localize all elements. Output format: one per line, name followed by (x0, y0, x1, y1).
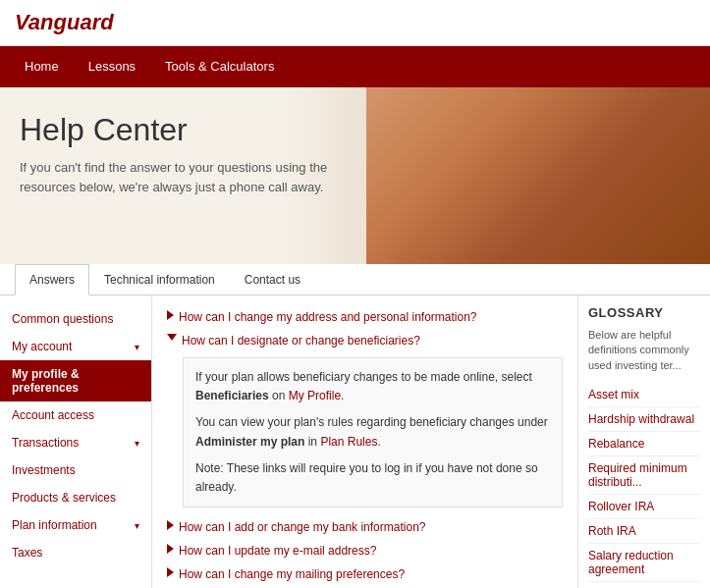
q2-expand-icon[interactable] (167, 334, 177, 341)
tab-technical[interactable]: Technical information (89, 264, 230, 295)
glossary-rebalance[interactable]: Rebalance (588, 432, 700, 456)
hero-title: Help Center (20, 112, 363, 148)
q4-link[interactable]: How can I update my e-mail address? (179, 544, 376, 558)
hero-image (366, 87, 710, 264)
glossary-title: GLOSSARY (588, 305, 700, 320)
nav-tools[interactable]: Tools & Calculators (150, 46, 289, 87)
my-profile-link[interactable]: My Profile (289, 389, 341, 402)
my-account-arrow: ▾ (135, 342, 139, 352)
tab-bar: Answers Technical information Contact us (0, 264, 710, 295)
q1-link[interactable]: How can I change my address and personal… (179, 310, 477, 324)
hero-text-block: Help Center If you can't find the answer… (20, 112, 363, 196)
q5-link[interactable]: How can I change my mailing preferences? (179, 567, 405, 581)
question-item-4: How can I update my e-mail address? (167, 539, 563, 562)
q5-expand-icon[interactable] (167, 567, 174, 577)
sidebar-item-transactions[interactable]: Transactions ▾ (0, 429, 151, 456)
tab-contact[interactable]: Contact us (230, 264, 315, 295)
sidebar: Common questions My account ▾ My profile… (0, 295, 152, 588)
header: Vanguard (0, 0, 710, 46)
glossary-asset-mix[interactable]: Asset mix (588, 383, 700, 407)
q3-expand-icon[interactable] (167, 520, 174, 530)
plan-info-arrow: ▾ (135, 520, 139, 531)
sidebar-item-plan-information[interactable]: Plan information ▾ (0, 511, 151, 539)
hero-banner: Help Center If you can't find the answer… (0, 87, 710, 264)
sidebar-item-common-questions[interactable]: Common questions (0, 305, 151, 333)
answer-note: Note: These links will require you to lo… (195, 459, 550, 497)
glossary-salary-reduction[interactable]: Salary reduction agreement (588, 544, 700, 582)
tab-answers[interactable]: Answers (15, 264, 89, 295)
glossary-rmd[interactable]: Required minimum distributi... (588, 456, 700, 495)
glossary-hardship[interactable]: Hardship withdrawal (588, 407, 700, 432)
q1-expand-icon[interactable] (167, 310, 174, 320)
plan-rules-link[interactable]: Plan Rules (320, 435, 377, 449)
sidebar-item-products-services[interactable]: Products & services (0, 484, 151, 511)
glossary-description: Below are helpful definitions commonly u… (588, 328, 700, 373)
hero-person-image (366, 87, 710, 264)
nav-lessons[interactable]: Lessons (74, 46, 150, 87)
content-area: How can I change my address and personal… (152, 295, 577, 588)
q2-answer: If your plan allows beneficiary changes … (183, 357, 563, 508)
q3-link[interactable]: How can I add or change my bank informat… (179, 520, 425, 534)
transactions-arrow: ▾ (135, 438, 139, 449)
sidebar-item-taxes[interactable]: Taxes (0, 539, 151, 566)
question-item-2: How can I designate or change beneficiar… (167, 329, 563, 352)
main-nav: Home Lessons Tools & Calculators (0, 46, 710, 87)
sidebar-item-my-account[interactable]: My account ▾ (0, 333, 151, 360)
q2-link[interactable]: How can I designate or change beneficiar… (182, 334, 420, 347)
hero-subtitle: If you can't find the answer to your que… (20, 158, 363, 196)
glossary-roth-ira[interactable]: Roth IRA (588, 519, 700, 544)
nav-home[interactable]: Home (10, 46, 74, 87)
sidebar-item-my-profile[interactable]: My profile & preferences (0, 360, 151, 401)
main-layout: Common questions My account ▾ My profile… (0, 295, 710, 588)
sidebar-item-account-access[interactable]: Account access (0, 401, 151, 429)
sidebar-item-investments[interactable]: Investments (0, 456, 151, 484)
q4-expand-icon[interactable] (167, 544, 174, 554)
question-item-5: How can I change my mailing preferences? (167, 562, 563, 586)
logo[interactable]: Vanguard (15, 10, 114, 35)
question-item-1: How can I change my address and personal… (167, 305, 563, 329)
glossary-rollover-ira[interactable]: Rollover IRA (588, 495, 700, 519)
question-item-3: How can I add or change my bank informat… (167, 515, 563, 539)
glossary-panel: GLOSSARY Below are helpful definitions c… (577, 295, 710, 588)
